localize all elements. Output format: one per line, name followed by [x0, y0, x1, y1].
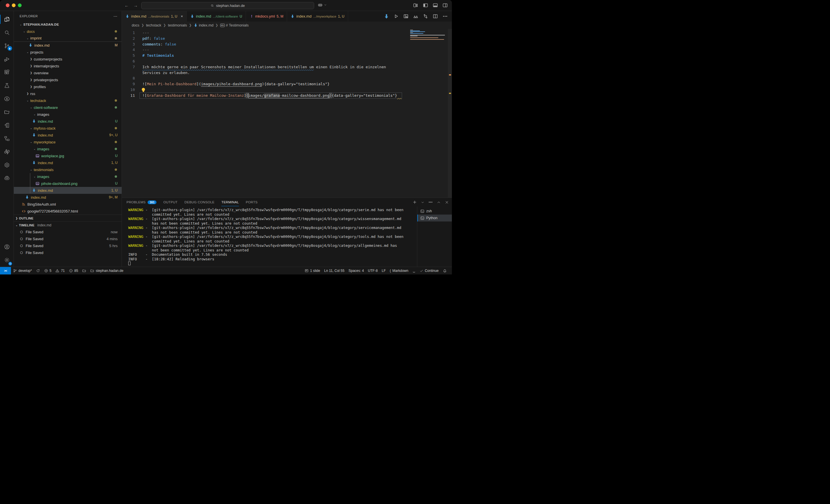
activity-testing-button[interactable]: [0, 79, 14, 92]
status-check[interactable]: Continue: [418, 267, 441, 274]
status-ln-11-col-55[interactable]: Ln 11, Col 55: [322, 267, 347, 274]
tree-folder-docs[interactable]: ⌄docs: [14, 28, 122, 35]
timeline-entry[interactable]: File Saved: [14, 249, 122, 256]
tree-folder-customerprojects[interactable]: ❯customerprojects: [14, 56, 122, 63]
outline-section-header[interactable]: ❯ OUTLINE: [14, 214, 122, 222]
activity-folder-library-button[interactable]: [0, 105, 14, 119]
tree-folder-rss[interactable]: ❯rss: [14, 90, 122, 97]
activity-run-debug-button[interactable]: [0, 53, 14, 66]
status-lf[interactable]: LF: [380, 267, 388, 274]
tree-file-index.md[interactable]: index.md9+, M: [14, 194, 122, 201]
breadcrumb-item[interactable]: testimonials: [168, 23, 187, 27]
status-folder-status[interactable]: stephan.hadan.de: [88, 267, 125, 274]
chevron-down-icon[interactable]: [421, 200, 424, 204]
panel-tab-debug-console[interactable]: DEBUG CONSOLE: [185, 198, 215, 206]
status-spinner[interactable]: [410, 267, 418, 274]
activity-search-button[interactable]: [0, 26, 14, 39]
editor-tab-index.md-testimonials[interactable]: index.md.../testimonials1, U×: [122, 11, 187, 22]
traffic-light-zoom[interactable]: [18, 3, 22, 7]
tree-folder-images[interactable]: ⌄images: [14, 145, 122, 153]
status-folder-status[interactable]: [80, 267, 88, 274]
md-blue-arrow-icon[interactable]: [384, 14, 389, 19]
traffic-light-minimize[interactable]: [12, 3, 15, 7]
traffic-light-close[interactable]: [6, 3, 9, 7]
status-remote[interactable]: ><: [0, 267, 11, 274]
close-icon[interactable]: ×: [181, 14, 183, 19]
timeline-section-header[interactable]: ⌄ TIMELINE index.md: [14, 222, 122, 228]
tree-folder-imprint[interactable]: ⌄imprint: [14, 35, 122, 42]
breadcrumb-item[interactable]: abc# Testimonials: [220, 23, 249, 27]
tree-folder-projects[interactable]: ⌄projects: [14, 49, 122, 56]
activity-a-circle-button[interactable]: [0, 92, 14, 105]
activity-explorer-button[interactable]: [0, 13, 14, 26]
status-info-circle[interactable]: 85: [67, 267, 80, 274]
tree-folder-client-software[interactable]: ⌄client-software: [14, 104, 122, 111]
panel-tab-terminal[interactable]: TERMINAL: [221, 198, 239, 206]
status-paren[interactable]: (Markdown: [388, 267, 410, 274]
activity-hexagon-tool-button[interactable]: [0, 158, 14, 172]
plus-icon[interactable]: [412, 200, 417, 204]
tree-file-workplace.jpg[interactable]: workplace.jpgU: [14, 153, 122, 159]
status-sync[interactable]: [34, 267, 42, 274]
more-h-icon[interactable]: [428, 200, 433, 204]
minimap[interactable]: [410, 30, 445, 40]
status-error-circle[interactable]: 5: [42, 267, 54, 274]
split-editor-icon[interactable]: [433, 13, 438, 19]
activity-settings-button[interactable]: [0, 254, 14, 267]
tree-folder-STEPHAN.HADAN.DE[interactable]: ⌄STEPHAN.HADAN.DE: [14, 21, 122, 28]
tree-folder-myfoss-stack[interactable]: ⌄myfoss-stack: [14, 125, 122, 132]
timeline-entry[interactable]: File Saved4 mins: [14, 235, 122, 242]
close-x-icon[interactable]: [445, 200, 449, 204]
tree-folder-testimonials[interactable]: ⌄testimonials: [14, 166, 122, 173]
tree-file-index.md[interactable]: index.mdU: [14, 118, 122, 125]
status-utf-8[interactable]: UTF-8: [366, 267, 380, 274]
activity-extensions-button[interactable]: [0, 66, 14, 79]
panel-tab-ports[interactable]: PORTS: [246, 198, 258, 206]
more-icon[interactable]: [442, 13, 448, 19]
activity-python-button[interactable]: [0, 145, 14, 158]
md-preview-icon[interactable]: [413, 13, 418, 19]
terminal-instance-python[interactable]: Python: [417, 214, 452, 222]
preview-side-icon[interactable]: [403, 13, 409, 19]
tree-file-index.md[interactable]: index.mdM: [14, 42, 122, 49]
tree-folder-techstack[interactable]: ⌄techstack: [14, 97, 122, 104]
editor-tab-index.md-myworkplace[interactable]: index.md.../myworkplace1, U: [287, 11, 348, 22]
timeline-entry[interactable]: File Saved5 hrs: [14, 242, 122, 249]
status-bell[interactable]: [441, 267, 449, 274]
editor-tab-mkdocs.yml[interactable]: !mkdocs.yml5, M: [246, 11, 287, 22]
run-icon[interactable]: [393, 13, 399, 19]
breadcrumb-item[interactable]: docs: [132, 23, 139, 27]
tree-folder-privateprojects[interactable]: ❯privateprojects: [14, 76, 122, 83]
timeline-entry[interactable]: File Savednow: [14, 228, 122, 235]
forward-arrow-icon[interactable]: →: [133, 3, 138, 8]
layout-customize-button[interactable]: [413, 2, 418, 8]
activity-copilot-chat-button[interactable]: [0, 172, 14, 185]
tree-folder-profiles[interactable]: ❯profiles: [14, 83, 122, 90]
chevron-up-icon[interactable]: [437, 200, 441, 204]
tree-file-BingSiteAuth.xml[interactable]: BingSiteAuth.xml: [14, 201, 122, 208]
activity-source-control-button[interactable]: 9: [0, 39, 14, 53]
layout-panel-bottom-button[interactable]: [432, 2, 438, 8]
tree-file-googlef727264f56832057.html[interactable]: googlef727264f56832057.html: [14, 208, 122, 214]
copilot-menu[interactable]: [318, 2, 327, 7]
status-slide[interactable]: 1 slide: [302, 267, 322, 274]
terminal-output[interactable]: WARNING - [git-authors-plugin] /var/fold…: [122, 206, 417, 267]
status-branch[interactable]: develop*: [11, 267, 34, 274]
tree-folder-overview[interactable]: ❯overview: [14, 69, 122, 76]
activity-account-button[interactable]: [0, 240, 14, 254]
activity-flowchart-button[interactable]: [0, 132, 14, 145]
terminal-instance-zsh[interactable]: zsh: [417, 208, 452, 214]
status-spaces-4[interactable]: Spaces: 4: [346, 267, 366, 274]
activity-live-preview-button[interactable]: [0, 119, 14, 132]
back-arrow-icon[interactable]: ←: [125, 3, 129, 8]
tree-folder-images[interactable]: ⌄images: [14, 111, 122, 118]
panel-tab-problems[interactable]: PROBLEMS161: [127, 198, 157, 206]
tree-folder-internalprojects[interactable]: ❯internalprojects: [14, 63, 122, 69]
editor-tab-index.md-client-software[interactable]: index.md.../client-softwareU: [187, 11, 246, 22]
layout-sidebar-left-button[interactable]: [422, 2, 428, 8]
compare-sync-icon[interactable]: [423, 13, 428, 19]
breadcrumb-item[interactable]: techstack: [146, 23, 161, 27]
explorer-more-actions[interactable]: ⋯: [114, 14, 118, 19]
status-warning-triangle[interactable]: 71: [53, 267, 67, 274]
panel-tab-output[interactable]: OUTPUT: [163, 198, 178, 206]
